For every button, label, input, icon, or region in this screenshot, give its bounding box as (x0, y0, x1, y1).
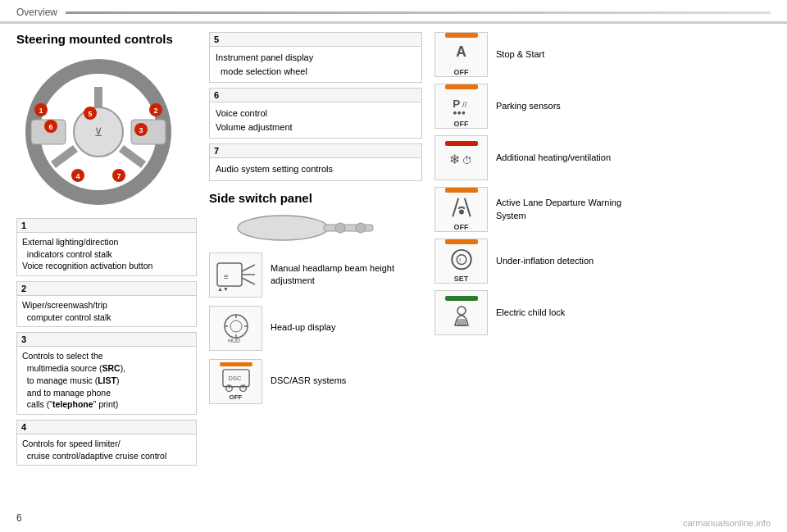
indicator-child-lock: Electric child lock (434, 290, 771, 335)
page-number: 6 (16, 512, 22, 524)
svg-rect-26 (217, 263, 242, 286)
side-switch-headlamp: ≡ ▲▼ Manual headlamp beam heightadjustme… (209, 252, 422, 298)
svg-point-32 (225, 315, 248, 338)
svg-rect-58 (457, 319, 466, 326)
control-text-1: External lighting/direction indicators c… (17, 233, 196, 275)
child-lock-label: Electric child lock (496, 307, 565, 319)
svg-text:●●●: ●●● (453, 108, 466, 116)
header-title: Overview (16, 7, 57, 18)
parking-icon: P // ●●● OFF (434, 84, 488, 129)
svg-text:DSC: DSC (228, 375, 242, 382)
svg-line-52 (464, 198, 470, 216)
box-6-content: Voice controlVolume adjustment (210, 102, 421, 138)
svg-text:⏱: ⏱ (462, 155, 472, 166)
svg-text:2: 2 (153, 107, 157, 115)
svg-text:3: 3 (139, 126, 143, 134)
svg-line-51 (453, 198, 458, 216)
headlamp-icon-box: ≡ ▲▼ (209, 252, 262, 298)
svg-line-5 (121, 148, 143, 165)
svg-text:▲▼: ▲▼ (217, 286, 229, 292)
box-5-header: 5 (210, 33, 421, 47)
lane-icon: OFF (434, 187, 488, 232)
dsc-label: DSC/ASR systems (271, 375, 346, 387)
parking-label: Parking sensors (496, 100, 561, 112)
steering-wheel-container: ⊻ 1 2 3 4 (16, 54, 180, 210)
indicator-stop-start: A OFF Stop & Start (434, 32, 771, 77)
svg-text:1: 1 (39, 107, 43, 115)
watermark: carmanualsonline.info (683, 518, 771, 528)
left-column: Steering mounted controls ⊻ (16, 32, 197, 466)
headlamp-label: Manual headlamp beam heightadjustment (271, 262, 394, 288)
svg-text:⊻: ⊻ (94, 125, 102, 139)
page-header: Overview (0, 0, 787, 24)
control-item-2: 2 Wiper/screenwash/trip computer control… (16, 281, 197, 327)
headup-icon-box: HUD (209, 306, 262, 351)
svg-point-22 (238, 216, 328, 240)
svg-text:5: 5 (88, 110, 92, 118)
header-line (66, 11, 771, 14)
control-num-1: 1 (17, 219, 196, 233)
numbered-box-6: 6 Voice controlVolume adjustment (209, 88, 422, 139)
side-switch-title: Side switch panel (209, 191, 422, 205)
control-text-3: Controls to select the multimedia source… (17, 347, 196, 413)
lane-label: Active Lane Departure WarningSystem (496, 197, 621, 222)
svg-text://: // (462, 99, 466, 108)
headup-label: Head-up display (271, 321, 336, 334)
box-7-header: 7 (210, 144, 421, 158)
svg-point-54 (452, 250, 471, 269)
stop-start-icon: A OFF (434, 32, 488, 77)
box-7-content: Audio system setting controls (210, 158, 421, 180)
svg-text:7: 7 (116, 172, 121, 180)
indicator-tire: ! SET Under-inflation detection (434, 239, 771, 284)
numbered-box-5: 5 Instrument panel display mode selectio… (209, 32, 422, 83)
svg-text:P: P (453, 97, 460, 109)
svg-text:❄: ❄ (449, 152, 460, 166)
svg-text:!: ! (459, 257, 461, 264)
svg-text:4: 4 (75, 172, 80, 180)
svg-text:≡: ≡ (224, 272, 229, 281)
side-switch-items: ≡ ▲▼ Manual headlamp beam heightadjustme… (209, 252, 422, 404)
indicator-lane: OFF Active Lane Departure WarningSystem (434, 187, 771, 232)
child-lock-icon (434, 290, 488, 335)
side-switch-dsc: DSC OFF DSC/ASR systems (209, 359, 422, 404)
control-num-2: 2 (17, 282, 196, 296)
heating-icon: ❄ ⏱ (434, 135, 488, 180)
stalk-image (209, 211, 422, 244)
box-5-content: Instrument panel display mode selection … (210, 47, 421, 82)
numbered-box-7: 7 Audio system setting controls (209, 143, 422, 181)
svg-point-24 (335, 223, 345, 233)
svg-point-57 (457, 307, 466, 315)
svg-point-53 (459, 209, 464, 214)
svg-line-29 (242, 278, 255, 284)
svg-text:6: 6 (48, 123, 52, 131)
control-num-4: 4 (17, 421, 196, 434)
middle-column: 5 Instrument panel display mode selectio… (209, 32, 422, 466)
tire-icon: ! SET (434, 239, 488, 284)
right-column: A OFF Stop & Start P // ●●● OFF Parking … (434, 32, 771, 466)
svg-line-27 (242, 265, 255, 271)
indicator-heating: ❄ ⏱ Additional heating/ventilation (434, 135, 771, 180)
svg-text:HUD: HUD (228, 338, 240, 343)
svg-point-33 (230, 321, 242, 332)
control-item-1: 1 External lighting/direction indicators… (16, 218, 197, 276)
svg-line-4 (53, 148, 75, 165)
stop-start-label: Stop & Start (496, 48, 544, 61)
control-items: 1 External lighting/direction indicators… (16, 218, 197, 466)
side-switch-headup: HUD Head-up display (209, 306, 422, 351)
control-text-4: Controls for speed limiter/ cruise contr… (17, 434, 196, 465)
svg-point-55 (457, 255, 466, 265)
control-num-3: 3 (17, 333, 196, 347)
control-item-4: 4 Controls for speed limiter/ cruise con… (16, 420, 197, 466)
tire-label: Under-inflation detection (496, 255, 594, 267)
control-text-2: Wiper/screenwash/trip computer control s… (17, 296, 196, 326)
indicator-parking: P // ●●● OFF Parking sensors (434, 84, 771, 129)
section-title: Steering mounted controls (16, 32, 197, 46)
svg-text:A: A (456, 43, 466, 60)
dsc-icon-box: DSC OFF (209, 359, 262, 404)
svg-point-25 (356, 223, 366, 233)
heating-label: Additional heating/ventilation (496, 152, 611, 164)
box-6-header: 6 (210, 89, 421, 102)
control-item-3: 3 Controls to select the multimedia sour… (16, 332, 197, 414)
